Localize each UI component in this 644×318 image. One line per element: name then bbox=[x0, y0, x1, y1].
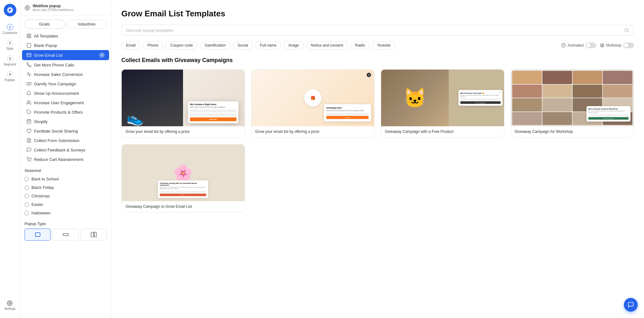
step-label-customize: Customize bbox=[3, 31, 17, 35]
toggle-animated-label: Animated bbox=[568, 43, 584, 48]
template-sneakers[interactable]: 👟 Win Sneakers Right Now! Enter now for … bbox=[121, 69, 245, 138]
seasonal-halloween[interactable]: Halloween bbox=[20, 209, 111, 217]
svg-point-12 bbox=[27, 101, 29, 102]
sidebar-item-cart[interactable]: Reduce Cart Abandonment bbox=[22, 155, 109, 164]
svg-point-18 bbox=[31, 161, 31, 161]
template-flower[interactable]: 🌸 Celebrate spring with our beautiful fl… bbox=[121, 144, 245, 213]
search-input[interactable] bbox=[126, 28, 622, 33]
svg-rect-22 bbox=[91, 232, 93, 237]
svg-rect-4 bbox=[27, 34, 29, 36]
step-publish[interactable]: 4 Publish bbox=[0, 69, 20, 84]
sidebar-item-promote[interactable]: Promote Products & Offers bbox=[22, 107, 109, 117]
svg-rect-7 bbox=[29, 36, 31, 38]
flower-illustration: 🌸 bbox=[173, 164, 193, 182]
filter-gamification[interactable]: Gamification bbox=[200, 41, 230, 49]
template-workshop[interactable]: 🎯 Win a Private Ceramic Workshop Join ou… bbox=[511, 69, 634, 138]
workshop-popup: Win a Private Ceramic Workshop Join our … bbox=[586, 106, 630, 122]
template-cat[interactable]: 🐱 ✕ Win Premium Cat Food! 🐱 Sign up to w… bbox=[381, 69, 504, 138]
svg-point-17 bbox=[28, 161, 28, 161]
filter-email[interactable]: Email bbox=[121, 41, 140, 49]
popup-type-popup[interactable] bbox=[25, 229, 51, 241]
step-style[interactable]: 2 Style bbox=[0, 37, 20, 53]
sneakers-field2 bbox=[190, 113, 236, 116]
step-num-4: 4 bbox=[7, 71, 13, 77]
svg-rect-19 bbox=[35, 233, 40, 236]
chat-button[interactable] bbox=[624, 298, 638, 312]
sidebar-item-social[interactable]: Facilitate Social Sharing bbox=[22, 126, 109, 136]
giveaway-circle: 🎁 bbox=[304, 89, 321, 107]
svg-rect-6 bbox=[27, 36, 29, 38]
filter-youtube[interactable]: Youtube bbox=[372, 41, 396, 49]
seasonal-back-to-school[interactable]: Back to School bbox=[20, 175, 111, 183]
svg-line-24 bbox=[628, 31, 629, 32]
sidebar-item-grow-email[interactable]: Grow Email List ✕ bbox=[22, 50, 109, 60]
sidebar-item-engagement[interactable]: Increase User Engagement bbox=[22, 98, 109, 107]
sneakers-field1 bbox=[190, 109, 236, 112]
cat-image-area: 🐱 bbox=[381, 70, 449, 126]
template-preview-workshop: 🎯 Win a Private Ceramic Workshop Join ou… bbox=[511, 70, 634, 126]
sidebar-item-form[interactable]: Collect Form Submission bbox=[22, 136, 109, 145]
filter-image[interactable]: Image bbox=[284, 41, 303, 49]
app-logo[interactable] bbox=[4, 4, 16, 16]
sidebar-item-all-templates[interactable]: All Templates bbox=[22, 31, 109, 41]
svg-point-1 bbox=[9, 303, 11, 304]
step-label-segment: Segment bbox=[3, 63, 16, 66]
step-num-2: 2 bbox=[7, 40, 13, 46]
seasonal-christmas[interactable]: Christmas bbox=[20, 192, 111, 200]
svg-rect-20 bbox=[63, 234, 68, 236]
search-bar bbox=[121, 25, 634, 36]
filter-radio[interactable]: Radio bbox=[350, 41, 369, 49]
tab-industries[interactable]: Industries bbox=[66, 20, 108, 29]
template-giveaway[interactable]: 🎁 ✕ Giveaway time Submit your email addr… bbox=[251, 69, 375, 138]
sidebar-item-announcement[interactable]: Show Up Announcement bbox=[22, 88, 109, 98]
svg-rect-8 bbox=[27, 43, 31, 47]
sneakers-shoe-icon: 👟 bbox=[126, 110, 144, 126]
templates-grid: 👟 Win Sneakers Right Now! Enter now for … bbox=[121, 69, 634, 213]
sidebar-item-gamify[interactable]: Gamify Your Campaign bbox=[22, 79, 109, 88]
section-title: Collect Emails with Giveaway Campaigns bbox=[121, 57, 634, 64]
multistep-switch[interactable] bbox=[623, 43, 634, 48]
step-customize[interactable]: 1 Customize bbox=[0, 21, 20, 37]
svg-rect-5 bbox=[29, 34, 31, 36]
filter-phone[interactable]: Phone bbox=[143, 41, 163, 49]
sneakers-btn: Subscribe bbox=[190, 117, 236, 121]
step-num-3: 3 bbox=[7, 55, 13, 62]
template-preview-sneakers: 👟 Win Sneakers Right Now! Enter now for … bbox=[122, 70, 245, 126]
step-num-1: 1 bbox=[7, 24, 13, 30]
sidebar-nav: All Templates Blank Popup Grow Email Lis… bbox=[20, 31, 111, 164]
sidebar: Webflow popup demo-site-27491d.webflow.i… bbox=[20, 0, 111, 318]
page-title: Grow Email List Templates bbox=[121, 9, 634, 19]
seasonal-easter[interactable]: Easter bbox=[20, 200, 111, 209]
template-preview-flower: 🌸 Celebrate spring with our beautiful fl… bbox=[122, 145, 245, 201]
step-label-publish: Publish bbox=[5, 78, 15, 82]
step-label-style: Style bbox=[6, 47, 13, 50]
toggle-multistep[interactable]: Multistep bbox=[600, 43, 634, 48]
popup-type-bar[interactable] bbox=[53, 229, 79, 241]
popup-type-sidebar[interactable] bbox=[80, 229, 107, 241]
filter-social[interactable]: Social bbox=[233, 41, 253, 49]
clear-filter-btn[interactable]: ✕ bbox=[99, 52, 105, 58]
sidebar-item-shopify[interactable]: Shopify bbox=[22, 117, 109, 126]
animated-switch[interactable] bbox=[586, 43, 596, 48]
sidebar-item-phone-calls[interactable]: Get More Phone Calls bbox=[22, 60, 109, 70]
seasonal-black-friday[interactable]: Black Friday bbox=[20, 183, 111, 192]
tab-goals[interactable]: Goals bbox=[24, 20, 65, 29]
step-segment[interactable]: 3 Segment bbox=[0, 53, 20, 69]
svg-point-23 bbox=[625, 28, 628, 32]
sidebar-item-feedback[interactable]: Collect Feedback & Surveys bbox=[22, 145, 109, 155]
site-name: Webflow popup bbox=[33, 4, 74, 8]
template-label-flower: Giveaway Campaign to Grow Email List bbox=[122, 201, 245, 213]
svg-marker-26 bbox=[600, 43, 604, 45]
toggle-animated[interactable]: Animated bbox=[561, 43, 596, 48]
filter-notice[interactable]: Notice and consent bbox=[306, 41, 348, 49]
filter-coupon[interactable]: Coupon code bbox=[166, 41, 197, 49]
sidebar-item-blank-popup[interactable]: Blank Popup bbox=[22, 41, 109, 50]
settings-nav[interactable]: Settings bbox=[3, 298, 17, 313]
search-icon bbox=[624, 28, 629, 33]
template-preview-giveaway: 🎁 ✕ Giveaway time Submit your email addr… bbox=[252, 70, 375, 126]
filter-fullname[interactable]: Full name bbox=[255, 41, 281, 49]
template-label-cat: Giveaway Campaign with a Free Product bbox=[381, 126, 504, 138]
template-label-giveaway: Grow your email list by offering a prize bbox=[252, 126, 375, 138]
popup-type-title: Popup Type bbox=[20, 217, 111, 229]
sidebar-item-sales[interactable]: Increase Sales Conversion bbox=[22, 70, 109, 79]
